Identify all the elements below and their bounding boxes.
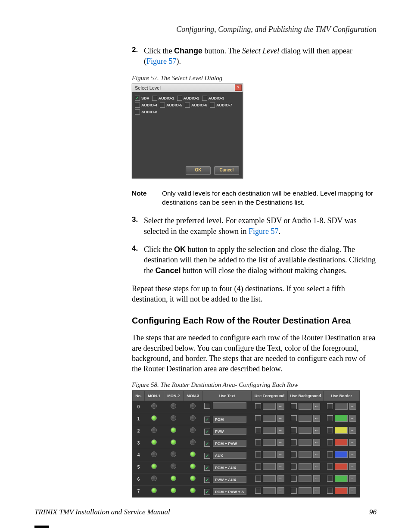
mon-indicator[interactable]	[183, 473, 202, 485]
cancel-button[interactable]: Cancel	[214, 166, 239, 175]
checkbox-icon[interactable]: ✓	[204, 453, 210, 459]
level-option[interactable]: AUDIO-4	[135, 103, 157, 108]
mon-indicator[interactable]	[183, 437, 202, 449]
checkbox-icon[interactable]	[204, 403, 210, 409]
checkbox-icon[interactable]	[327, 464, 333, 470]
ellipsis-button[interactable]: …	[349, 403, 356, 410]
ellipsis-button[interactable]: …	[349, 427, 356, 434]
figure-57-link[interactable]: Figure 57	[249, 227, 279, 236]
checkbox-icon[interactable]	[291, 439, 297, 445]
ellipsis-button[interactable]: …	[277, 427, 284, 434]
text-input[interactable]: PVW + AUX	[213, 476, 246, 483]
text-input[interactable]: PGM + AUX	[213, 464, 246, 471]
checkbox-icon[interactable]	[327, 451, 333, 457]
checkbox-icon[interactable]	[291, 488, 297, 494]
level-option[interactable]: AUDIO-7	[210, 103, 232, 108]
checkbox-icon[interactable]	[327, 427, 333, 433]
checkbox-icon[interactable]	[255, 403, 261, 409]
ellipsis-button[interactable]: …	[313, 475, 320, 482]
checkbox-icon[interactable]	[291, 403, 297, 409]
ellipsis-button[interactable]: …	[349, 463, 356, 470]
checkbox-icon[interactable]	[135, 109, 140, 115]
mon-indicator[interactable]	[164, 473, 183, 485]
mon-indicator[interactable]	[164, 461, 183, 473]
checkbox-icon[interactable]	[291, 464, 297, 470]
checkbox-icon[interactable]	[291, 476, 297, 482]
ellipsis-button[interactable]: …	[277, 487, 284, 494]
mon-indicator[interactable]	[164, 413, 183, 425]
mon-indicator[interactable]	[164, 437, 183, 449]
ellipsis-button[interactable]: …	[277, 403, 284, 410]
level-option[interactable]: AUDIO-8	[135, 109, 157, 115]
text-input[interactable]: PVW	[213, 428, 246, 435]
mon-indicator[interactable]	[144, 449, 164, 461]
text-input[interactable]: PGM + PVW	[213, 440, 246, 447]
ellipsis-button[interactable]: …	[349, 487, 356, 494]
checkbox-icon[interactable]: ✓	[204, 465, 210, 471]
checkbox-icon[interactable]	[291, 427, 297, 433]
mon-indicator[interactable]	[144, 425, 164, 437]
level-option[interactable]: AUDIO-3	[202, 96, 224, 101]
ellipsis-button[interactable]: …	[277, 415, 284, 422]
mon-indicator[interactable]	[164, 401, 183, 413]
mon-indicator[interactable]	[144, 401, 164, 413]
checkbox-icon[interactable]	[255, 415, 261, 421]
checkbox-icon[interactable]	[291, 451, 297, 457]
checkbox-icon[interactable]	[177, 96, 182, 101]
mon-indicator[interactable]	[144, 461, 164, 473]
mon-indicator[interactable]	[183, 413, 202, 425]
mon-indicator[interactable]	[164, 425, 183, 437]
mon-indicator[interactable]	[183, 485, 202, 497]
ellipsis-button[interactable]: …	[313, 403, 320, 410]
checkbox-icon[interactable]	[255, 464, 261, 470]
mon-indicator[interactable]	[144, 473, 164, 485]
ellipsis-button[interactable]: …	[313, 415, 320, 422]
checkbox-icon[interactable]	[210, 103, 215, 108]
checkbox-icon[interactable]: ✓	[135, 96, 140, 101]
ellipsis-button[interactable]: …	[313, 439, 320, 446]
checkbox-icon[interactable]	[291, 415, 297, 421]
ellipsis-button[interactable]: …	[349, 451, 356, 458]
ellipsis-button[interactable]: …	[313, 451, 320, 458]
ellipsis-button[interactable]: …	[277, 439, 284, 446]
checkbox-icon[interactable]	[255, 476, 261, 482]
ellipsis-button[interactable]: …	[349, 475, 356, 482]
ellipsis-button[interactable]: …	[349, 415, 356, 422]
ok-button[interactable]: OK	[186, 166, 211, 175]
mon-indicator[interactable]	[164, 449, 183, 461]
checkbox-icon[interactable]	[185, 103, 190, 108]
mon-indicator[interactable]	[183, 461, 202, 473]
checkbox-icon[interactable]	[327, 403, 333, 409]
mon-indicator[interactable]	[164, 485, 183, 497]
checkbox-icon[interactable]	[327, 476, 333, 482]
checkbox-icon[interactable]	[255, 427, 261, 433]
checkbox-icon[interactable]: ✓	[204, 477, 210, 483]
ellipsis-button[interactable]: …	[277, 451, 284, 458]
level-option[interactable]: AUDIO-6	[185, 103, 207, 108]
mon-indicator[interactable]	[144, 485, 164, 497]
figure-57-link[interactable]: Figure 57	[146, 57, 177, 65]
checkbox-icon[interactable]: ✓	[204, 489, 210, 495]
ellipsis-button[interactable]: …	[313, 487, 320, 494]
ellipsis-button[interactable]: …	[277, 475, 284, 482]
text-input[interactable]	[213, 402, 246, 409]
checkbox-icon[interactable]	[327, 488, 333, 494]
checkbox-icon[interactable]	[152, 96, 157, 101]
ellipsis-button[interactable]: …	[313, 463, 320, 470]
ellipsis-button[interactable]: …	[313, 427, 320, 434]
mon-indicator[interactable]	[183, 449, 202, 461]
ellipsis-button[interactable]: …	[349, 439, 356, 446]
mon-indicator[interactable]	[183, 425, 202, 437]
ellipsis-button[interactable]: …	[277, 463, 284, 470]
mon-indicator[interactable]	[183, 401, 202, 413]
checkbox-icon[interactable]	[327, 415, 333, 421]
checkbox-icon[interactable]	[202, 96, 207, 101]
level-option[interactable]: ✓SDV	[135, 96, 149, 101]
text-input[interactable]: PGM	[213, 416, 246, 423]
mon-indicator[interactable]	[144, 413, 164, 425]
level-option[interactable]: AUDIO-2	[177, 96, 199, 101]
checkbox-icon[interactable]	[255, 439, 261, 445]
checkbox-icon[interactable]: ✓	[204, 441, 210, 447]
mon-indicator[interactable]	[144, 437, 164, 449]
checkbox-icon[interactable]	[255, 488, 261, 494]
